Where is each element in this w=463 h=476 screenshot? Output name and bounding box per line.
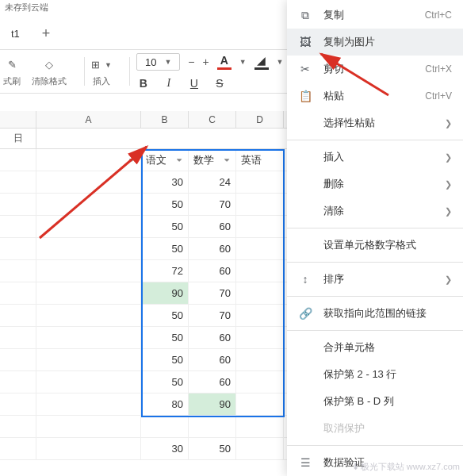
brush-icon: ✎ xyxy=(8,59,17,71)
chevron-right-icon: ❯ xyxy=(445,274,452,285)
menu-get-link[interactable]: 🔗 获取指向此范围的链接 xyxy=(287,300,463,327)
menu-unprotect: 取消保护 xyxy=(287,415,463,442)
col-header-d[interactable]: D xyxy=(236,111,284,128)
cell[interactable]: 数学⏷ xyxy=(189,149,236,171)
validation-icon: ☰ xyxy=(298,455,312,470)
context-menu: ⧉ 复制 Ctrl+C 🖼 复制为图片 ✂ 剪切 Ctrl+X 📋 粘贴 Ctr… xyxy=(287,0,463,476)
text-color-button[interactable]: A xyxy=(217,54,232,70)
menu-paste-special[interactable]: 选择性粘贴 ❯ xyxy=(287,109,463,136)
fill-icon: ◢ xyxy=(257,54,266,67)
font-size-select[interactable]: 10 ▼ xyxy=(136,53,180,71)
col-header-b[interactable]: B xyxy=(141,111,189,128)
chevron-right-icon: ❯ xyxy=(445,179,452,190)
menu-number-format[interactable]: 设置单元格数字格式 xyxy=(287,232,463,259)
cell[interactable]: ⏷ xyxy=(36,149,141,171)
font-size-increase[interactable]: + xyxy=(203,56,209,68)
chevron-right-icon: ❯ xyxy=(445,118,452,129)
format-brush-tool[interactable]: ✎ 式刷 xyxy=(3,56,21,87)
underline-button[interactable]: U xyxy=(187,77,201,90)
fill-color-button[interactable]: ◢ xyxy=(254,54,269,70)
chevron-right-icon: ❯ xyxy=(445,206,452,217)
filter-icon[interactable]: ⏷ xyxy=(224,156,231,164)
clear-icon: ◇ xyxy=(45,59,53,71)
col-header-c[interactable]: C xyxy=(189,111,236,128)
menu-protect-rows[interactable]: 保护第 2 - 13 行 xyxy=(287,361,463,388)
sort-icon: ↕ xyxy=(298,272,312,286)
watermark-icon: ⬇ xyxy=(352,462,359,472)
link-icon: 🔗 xyxy=(298,306,312,321)
select-all-corner[interactable] xyxy=(0,111,36,128)
watermark: ⬇ 极光下载站 www.xz7.com xyxy=(352,461,460,473)
cell-indicator[interactable]: 日 xyxy=(0,129,36,148)
sheet-tab[interactable]: t1 xyxy=(5,25,26,43)
font-size-decrease[interactable]: − xyxy=(188,56,194,68)
col-header-a[interactable]: A xyxy=(36,111,141,128)
menu-insert[interactable]: 插入 ❯ xyxy=(287,144,463,171)
menu-cut[interactable]: ✂ 剪切 Ctrl+X xyxy=(287,56,463,83)
menu-paste[interactable]: 📋 粘贴 Ctrl+V xyxy=(287,83,463,109)
cell[interactable]: 英语 xyxy=(236,149,284,171)
chevron-right-icon: ❯ xyxy=(445,152,452,163)
filter-icon[interactable]: ⏷ xyxy=(176,156,183,164)
scissors-icon: ✂ xyxy=(298,62,312,76)
menu-copy[interactable]: ⧉ 复制 Ctrl+C xyxy=(287,2,463,29)
filter-icon[interactable]: ⏷ xyxy=(128,156,136,164)
menu-clear[interactable]: 清除 ❯ xyxy=(287,198,463,225)
chevron-down-icon: ▼ xyxy=(105,61,112,69)
menu-merge-cells[interactable]: 合并单元格 xyxy=(287,334,463,361)
image-icon: 🖼 xyxy=(298,35,312,49)
chevron-down-icon[interactable]: ▼ xyxy=(277,58,284,66)
save-status: 未存到云端 xyxy=(0,0,53,15)
strike-button[interactable]: S xyxy=(212,77,227,90)
copy-icon: ⧉ xyxy=(298,8,312,22)
italic-button[interactable]: I xyxy=(162,77,176,90)
insert-icon: ⊞ xyxy=(91,59,100,71)
add-sheet-button[interactable]: + xyxy=(36,25,57,42)
menu-copy-as-image[interactable]: 🖼 复制为图片 xyxy=(287,29,463,56)
menu-delete[interactable]: 删除 ❯ xyxy=(287,171,463,198)
menu-protect-cols[interactable]: 保护第 B - D 列 xyxy=(287,388,463,415)
paste-icon: 📋 xyxy=(298,89,312,103)
bold-button[interactable]: B xyxy=(136,77,151,90)
clear-format-tool[interactable]: ◇ 清除格式 xyxy=(32,56,67,87)
menu-sort[interactable]: ↕ 排序 ❯ xyxy=(287,266,463,293)
insert-tool[interactable]: ⊞▼ 插入 xyxy=(91,56,112,87)
chevron-down-icon[interactable]: ▼ xyxy=(239,58,247,66)
chevron-down-icon: ▼ xyxy=(164,58,171,66)
cell[interactable]: 语文⏷ xyxy=(141,149,189,171)
